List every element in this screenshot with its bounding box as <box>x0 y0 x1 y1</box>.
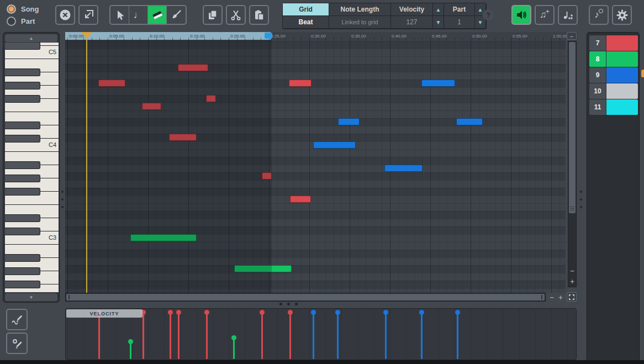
velocity-stem[interactable] <box>313 312 314 359</box>
brush-tool-button[interactable] <box>167 6 186 24</box>
midi-note[interactable] <box>289 80 312 87</box>
part-mode-radio[interactable]: Part <box>7 17 35 26</box>
velocity-header[interactable]: Velocity <box>391 3 433 16</box>
step-record-button[interactable] <box>558 5 578 25</box>
track-number[interactable]: 7 <box>589 35 606 51</box>
piano-key-black[interactable] <box>5 95 40 103</box>
velocity-dot[interactable] <box>335 310 340 315</box>
song-mode-radio[interactable]: Song <box>7 4 39 14</box>
velocity-dot[interactable] <box>260 310 265 315</box>
piano-key-black[interactable] <box>5 82 40 89</box>
velocity-down-button[interactable]: ▼ <box>433 16 444 29</box>
zoom-out-horizontal-button[interactable]: − <box>547 293 556 302</box>
help-badge[interactable]: ? <box>483 9 494 20</box>
vertical-scrollbar[interactable] <box>568 41 577 287</box>
track-number[interactable]: 8 <box>589 51 606 67</box>
import-button[interactable] <box>78 5 98 25</box>
velocity-stem[interactable] <box>385 312 387 359</box>
copy-button[interactable] <box>203 5 223 25</box>
piano-key-black[interactable] <box>5 175 40 182</box>
edit-settings-button[interactable] <box>6 333 28 354</box>
piano-key-black[interactable] <box>5 281 40 288</box>
track-row[interactable]: 8 <box>589 51 638 67</box>
track-number[interactable]: 9 <box>589 67 606 83</box>
cut-button[interactable] <box>226 5 246 25</box>
velocity-dot[interactable] <box>168 310 173 315</box>
horizontal-scrollbar[interactable] <box>65 293 546 302</box>
track-color-swatch[interactable] <box>606 51 638 67</box>
velocity-stem[interactable] <box>98 312 100 359</box>
track-row[interactable]: 10 <box>589 83 638 99</box>
velocity-stem[interactable] <box>142 312 144 359</box>
eraser-tool-button[interactable] <box>148 6 167 24</box>
velocity-stem[interactable] <box>457 312 458 359</box>
track-row[interactable]: 9 <box>589 67 638 83</box>
velocity-stem[interactable] <box>261 312 263 359</box>
velocity-stem[interactable] <box>178 312 180 359</box>
velocity-dot[interactable] <box>455 310 460 315</box>
velocity-dot[interactable] <box>288 310 293 315</box>
paste-button[interactable] <box>249 5 269 25</box>
piano-key-black[interactable] <box>5 161 40 169</box>
velocity-lane[interactable]: VELOCITY <box>65 308 577 360</box>
vertical-scrollbar-thumb[interactable] <box>569 42 576 213</box>
part-value[interactable]: 1 <box>444 16 475 29</box>
midi-note[interactable] <box>421 80 455 87</box>
velocity-lane-label[interactable]: VELOCITY <box>66 309 142 318</box>
track-color-swatch[interactable] <box>606 35 638 51</box>
midi-note[interactable] <box>456 118 483 125</box>
keyboard-scroll-down-button[interactable]: ▼ <box>5 293 57 301</box>
piano-key-black[interactable] <box>5 188 40 196</box>
part-header[interactable]: Part <box>444 3 475 16</box>
draw-velocity-button[interactable] <box>6 309 28 330</box>
velocity-stem[interactable] <box>206 312 208 359</box>
velocity-dot[interactable] <box>176 310 181 315</box>
piano-key-black[interactable] <box>5 214 40 222</box>
velocity-stem[interactable] <box>289 312 291 359</box>
keyboard-scroll-up-button[interactable]: ▲ <box>5 34 57 42</box>
velocity-dot[interactable] <box>419 310 424 315</box>
velocity-dot[interactable] <box>204 310 209 315</box>
track-color-swatch[interactable] <box>606 83 638 99</box>
piano-key-black[interactable] <box>5 68 40 76</box>
velocity-up-button[interactable]: ▲ <box>433 3 444 16</box>
grid-tab[interactable]: Grid <box>283 3 329 16</box>
track-row[interactable]: 7 <box>589 35 638 51</box>
note-settings-button[interactable]: ♪ <box>589 5 609 25</box>
ruler-expand-button[interactable]: ↔ <box>567 32 577 40</box>
piano-key-black[interactable] <box>5 43 40 50</box>
track-number[interactable]: 11 <box>589 99 606 115</box>
piano-key-black[interactable] <box>5 267 40 275</box>
velocity-stem[interactable] <box>233 337 235 359</box>
track-color-swatch[interactable] <box>606 99 638 115</box>
note-length-value[interactable]: Linked to grid <box>329 16 391 29</box>
timeline-ruler[interactable]: 0:00.000:05.000:10.000:15.000:20.000:25.… <box>65 32 578 40</box>
audition-button[interactable] <box>511 5 531 25</box>
maximize-button[interactable] <box>567 292 577 302</box>
playhead-line[interactable] <box>86 40 87 293</box>
zoom-in-vertical-button[interactable]: + <box>568 277 577 286</box>
velocity-dot[interactable] <box>231 335 236 340</box>
add-note-button[interactable]: ♫ + <box>535 5 555 25</box>
note-length-header[interactable]: Note Length <box>329 3 391 16</box>
zoom-out-vertical-button[interactable]: − <box>568 266 577 275</box>
midi-note[interactable] <box>313 141 356 149</box>
piano-roll[interactable] <box>65 40 566 293</box>
track-color-swatch[interactable] <box>606 67 638 83</box>
midi-note[interactable] <box>384 165 423 172</box>
velocity-dot[interactable] <box>128 339 133 344</box>
velocity-dot[interactable] <box>383 310 388 315</box>
piano-key-black[interactable] <box>5 254 40 262</box>
velocity-dot[interactable] <box>311 310 316 315</box>
close-button[interactable] <box>55 5 75 25</box>
playhead-marker[interactable] <box>81 32 92 39</box>
horizontal-scrollbar-thumb[interactable] <box>66 294 545 300</box>
grid-value[interactable]: Beat <box>283 16 329 29</box>
part-end-marker[interactable] <box>265 33 272 39</box>
piano-key-black[interactable] <box>5 122 40 129</box>
note-tool-button[interactable]: ♩ <box>129 6 148 24</box>
velocity-value[interactable]: 127 <box>391 16 433 29</box>
velocity-stem[interactable] <box>170 312 171 359</box>
track-row[interactable]: 11 <box>589 99 638 115</box>
velocity-stem[interactable] <box>337 312 339 359</box>
